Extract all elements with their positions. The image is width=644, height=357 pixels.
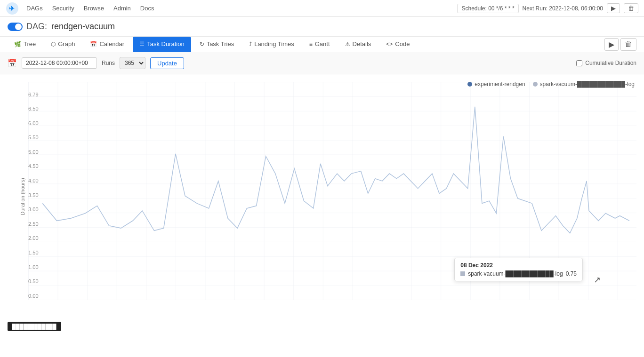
nav-right-info: Schedule: 00 */6 * * * Next Run: 2022-12… [457,3,638,13]
tab-task-duration-label: Task Duration [147,40,184,48]
svg-text:6.50: 6.50 [28,106,39,111]
svg-rect-2 [28,82,636,300]
dag-toggle[interactable] [8,23,23,31]
dag-name: rendgen-vacuum [51,22,115,31]
gantt-icon: ≡ [309,41,313,48]
dag-label: DAG: [26,22,47,31]
nav-security[interactable]: Security [52,5,74,12]
graph-icon: ⬡ [51,41,56,48]
trigger-dag-button[interactable]: ▶ [607,3,620,13]
nav-browse[interactable]: Browse [84,5,104,12]
svg-text:3.50: 3.50 [28,192,39,198]
tab-landing-times[interactable]: ⤴ Landing Times [242,37,301,52]
task-duration-icon: ☰ [139,41,145,48]
svg-text:0.00: 0.00 [28,293,39,299]
tab-right-buttons: ▶ 🗑 [604,38,636,51]
svg-text:3.00: 3.00 [28,206,39,212]
tab-details[interactable]: ⚠ Details [338,37,378,52]
svg-text:6.00: 6.00 [28,120,39,126]
cumulative-duration-checkbox[interactable] [576,60,582,66]
svg-text:2.00: 2.00 [28,235,39,241]
tab-tree[interactable]: 🌿 Tree [8,37,42,52]
cursor-indicator: ↗ [594,275,601,285]
controls-bar: 📅 Runs 365 90 30 Update Cumulative Durat… [0,52,644,74]
svg-text:1.00: 1.00 [28,264,39,270]
tab-landing-times-label: Landing Times [254,40,294,48]
tab-tree-label: Tree [24,40,36,48]
y-axis-label: Duration (hours) [20,178,25,215]
play-button[interactable]: ▶ [604,38,619,51]
svg-text:5.00: 5.00 [28,149,39,155]
schedule-badge: Schedule: 00 */6 * * * [457,4,518,13]
legend-dot-spark [533,82,538,87]
update-button[interactable]: Update [150,57,184,69]
task-tries-icon: ↻ [200,41,204,48]
chart-legend: experiment-rendgen spark-vacuum-████████… [467,81,635,87]
next-run-info: Next Run: 2022-12-08, 06:00:00 [523,5,603,12]
runs-label: Runs [102,60,115,66]
nav-dags[interactable]: DAGs [26,5,43,12]
trash-button[interactable]: 🗑 [620,38,636,51]
chart-area: Duration (hours) experiment-rendgen spar… [0,74,644,319]
tab-task-tries[interactable]: ↻ Task Tries [193,37,241,52]
legend-dot-experiment [467,82,472,87]
code-icon: <> [386,41,393,48]
cumulative-duration-text: Cumulative Duration [585,60,636,66]
legend-spark-vacuum: spark-vacuum-████████████-log [533,81,635,87]
tab-bar: 🌿 Tree ⬡ Graph 📅 Calendar ☰ Task Duratio… [0,37,644,52]
svg-text:5.50: 5.50 [28,135,39,140]
dag-header: DAG: rendgen-vacuum [0,17,644,37]
tab-code-label: Code [395,40,410,48]
clear-dag-button[interactable]: 🗑 [624,3,638,13]
tab-calendar[interactable]: 📅 Calendar [83,37,131,52]
tab-graph-label: Graph [58,40,75,48]
bottom-bar: ████████████ [8,322,61,331]
date-input[interactable] [22,57,97,69]
details-icon: ⚠ [345,41,350,48]
duration-chart: 0.00 0.50 1.00 1.50 2.00 2.50 3.00 3.50 … [28,82,636,300]
legend-label-experiment: experiment-rendgen [475,81,525,87]
nav-docs[interactable]: Docs [140,5,154,12]
nav-admin[interactable]: Admin [113,5,131,12]
cumulative-duration-label: Cumulative Duration [576,60,636,66]
top-navigation: ✈ DAGs Security Browse Admin Docs Schedu… [0,0,644,17]
legend-label-spark: spark-vacuum-████████████-log [540,81,635,87]
tab-gantt-label: Gantt [315,40,330,48]
tab-calendar-label: Calendar [99,40,124,48]
airflow-logo: ✈ [6,2,19,15]
tab-gantt[interactable]: ≡ Gantt [303,37,337,52]
svg-text:2.50: 2.50 [28,221,39,227]
svg-text:1.50: 1.50 [28,250,39,255]
tab-details-label: Details [353,40,371,48]
tab-task-duration[interactable]: ☰ Task Duration [133,37,191,52]
tree-icon: 🌿 [14,41,21,48]
svg-text:0.50: 0.50 [28,278,39,284]
calendar-icon: 📅 [90,41,97,48]
landing-times-icon: ⤴ [249,41,252,48]
tab-task-tries-label: Task Tries [207,40,234,48]
dag-title: DAG: rendgen-vacuum [26,22,115,32]
tab-graph[interactable]: ⬡ Graph [44,37,81,52]
svg-text:6.79: 6.79 [28,91,39,97]
tab-code[interactable]: <> Code [379,37,416,52]
runs-select[interactable]: 365 90 30 [120,57,145,69]
calendar-input-icon[interactable]: 📅 [8,59,17,68]
svg-text:✈: ✈ [9,5,15,12]
svg-text:4.00: 4.00 [28,178,39,183]
legend-experiment-rendgen: experiment-rendgen [467,81,525,87]
nav-links: DAGs Security Browse Admin Docs [26,5,450,12]
svg-text:4.50: 4.50 [28,163,39,169]
